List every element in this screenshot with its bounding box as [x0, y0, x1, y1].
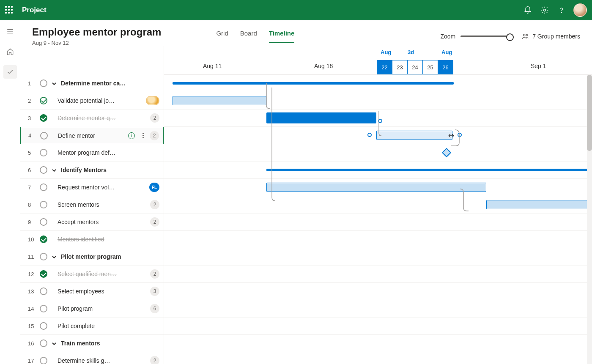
task-row[interactable]: 14Pilot program6: [20, 300, 164, 317]
tab-grid[interactable]: Grid: [216, 30, 228, 43]
gantt-bar-task-8[interactable]: [486, 200, 588, 209]
task-row[interactable]: 8Screen mentors2: [20, 196, 164, 213]
task-name: Select employees: [58, 288, 146, 295]
task-row[interactable]: 15Pilot complete: [20, 317, 164, 335]
home-icon[interactable]: [3, 45, 17, 58]
app-launcher-icon[interactable]: [5, 6, 14, 14]
svg-point-2: [523, 34, 526, 36]
attachment-count-badge[interactable]: 2: [150, 356, 159, 364]
assignee-avatar[interactable]: [146, 96, 159, 105]
menu-icon[interactable]: [3, 25, 17, 38]
strip-month-left: Aug: [381, 49, 391, 55]
day-26[interactable]: 26: [438, 60, 453, 74]
task-row[interactable]: 16Train mentors: [20, 335, 164, 352]
task-row[interactable]: 10Mentors identified: [20, 231, 164, 248]
project-header: Employee mentor program Aug 9 - Nov 12 G…: [20, 20, 592, 46]
link-dot-icon[interactable]: [378, 119, 382, 123]
task-status-toggle[interactable]: [40, 97, 47, 104]
task-row[interactable]: 17Determine skills g…2: [20, 352, 164, 364]
gantt-bar-task-7[interactable]: [266, 183, 486, 192]
group-members-button[interactable]: 7 Group members: [521, 33, 580, 40]
scrollbar-thumb[interactable]: [587, 75, 592, 151]
chevron-down-icon[interactable]: [52, 167, 57, 172]
task-status-toggle[interactable]: [40, 287, 47, 295]
attachment-count-badge[interactable]: 3: [150, 287, 159, 296]
more-icon[interactable]: [141, 131, 145, 140]
chevron-down-icon[interactable]: [52, 81, 57, 86]
attachment-count-badge[interactable]: 2: [150, 200, 159, 209]
user-avatar[interactable]: [573, 3, 587, 17]
info-icon[interactable]: i: [128, 132, 135, 139]
attachment-count-badge[interactable]: 2: [150, 269, 159, 279]
settings-icon[interactable]: [536, 2, 553, 19]
attachment-count-badge[interactable]: 6: [150, 304, 159, 313]
day-23[interactable]: 23: [392, 60, 408, 74]
task-row[interactable]: 2Validate potential jo…: [20, 92, 164, 109]
chevron-down-icon[interactable]: [52, 254, 57, 259]
svg-point-3: [526, 34, 528, 36]
task-name: Determine skills g…: [58, 357, 146, 364]
task-status-toggle[interactable]: [40, 183, 47, 191]
task-row[interactable]: 9Accept mentors2: [20, 213, 164, 231]
day-24[interactable]: 24: [407, 60, 423, 74]
task-row[interactable]: 7Request mentor vol…FL: [20, 179, 164, 196]
task-status-toggle[interactable]: [40, 339, 47, 347]
notifications-icon[interactable]: [519, 2, 536, 19]
task-status-toggle[interactable]: [40, 132, 48, 140]
task-row[interactable]: 5Mentor program def…: [20, 144, 164, 161]
tab-board[interactable]: Board: [240, 30, 257, 43]
task-row[interactable]: 4Define mentori2: [20, 127, 164, 144]
task-status-toggle[interactable]: [40, 218, 47, 226]
task-name: Validate potential jo…: [58, 97, 138, 104]
day-25[interactable]: 25: [422, 60, 438, 74]
help-icon[interactable]: [553, 2, 570, 19]
task-row[interactable]: 3Determine mentor q…2: [20, 109, 164, 127]
task-status-toggle[interactable]: [40, 114, 47, 122]
task-status-toggle[interactable]: [40, 201, 47, 208]
row-number: 5: [28, 150, 36, 156]
task-name: Define mentor: [58, 132, 122, 139]
task-status-toggle[interactable]: [40, 270, 47, 278]
task-name: Select qualified men…: [58, 271, 146, 277]
drag-handle-right[interactable]: [458, 133, 462, 137]
attachment-count-badge[interactable]: FL: [149, 183, 159, 192]
gantt-bar-task-4[interactable]: [376, 131, 452, 140]
task-row[interactable]: 13Select employees3: [20, 283, 164, 300]
task-status-toggle[interactable]: [40, 166, 47, 174]
task-status-toggle[interactable]: [40, 235, 47, 243]
chevron-down-icon[interactable]: [52, 341, 57, 346]
task-status-toggle[interactable]: [40, 305, 47, 312]
row-number: 11: [28, 254, 36, 260]
attachment-count-badge[interactable]: 2: [150, 131, 159, 140]
attachment-count-badge[interactable]: 2: [150, 113, 159, 123]
drag-handle-left[interactable]: [367, 133, 372, 137]
task-status-toggle[interactable]: [40, 149, 47, 156]
left-nav-rail: [0, 20, 20, 364]
tab-timeline[interactable]: Timeline: [269, 30, 295, 43]
zoom-slider[interactable]: [460, 36, 511, 37]
gantt-milestone-5[interactable]: [442, 148, 452, 158]
gantt-bar-summary-6[interactable]: [266, 169, 588, 171]
task-status-toggle[interactable]: [40, 253, 47, 260]
attachment-count-badge[interactable]: 2: [150, 217, 159, 227]
task-row[interactable]: 11Pilot mentor program: [20, 248, 164, 265]
task-list: 1Determine mentor ca…2Validate potential…: [20, 46, 164, 364]
task-row[interactable]: 6Identify Mentors: [20, 161, 164, 179]
svg-point-0: [544, 9, 546, 11]
date-selection-strip[interactable]: Aug 3d Aug 22 23 24 25 26: [377, 60, 453, 74]
gantt-bar-task-3[interactable]: [266, 112, 376, 123]
task-status-toggle[interactable]: [40, 357, 47, 364]
gantt-bar-task-2[interactable]: [173, 96, 266, 105]
task-row[interactable]: 1Determine mentor ca…: [20, 75, 164, 92]
task-name: Train mentors: [61, 340, 159, 347]
vertical-scrollbar[interactable]: [587, 75, 592, 364]
gantt-bar-summary-1[interactable]: [173, 82, 454, 85]
day-22[interactable]: 22: [377, 60, 392, 74]
task-status-toggle[interactable]: [40, 79, 47, 87]
resize-arrows-icon[interactable]: [448, 133, 454, 139]
task-name: Pilot complete: [58, 323, 159, 329]
task-row[interactable]: 12Select qualified men…2: [20, 265, 164, 283]
task-status-toggle[interactable]: [40, 322, 47, 330]
checkmark-icon[interactable]: [3, 65, 17, 79]
zoom-control: Zoom: [440, 33, 511, 40]
